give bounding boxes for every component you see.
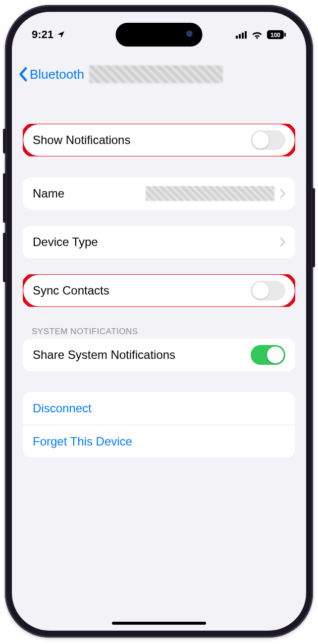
show-notifications-label: Show Notifications [33,133,130,147]
device-type-label: Device Type [33,235,98,249]
row-share-system-notifications[interactable]: Share System Notifications [23,339,295,371]
back-label[interactable]: Bluetooth [30,67,84,82]
disconnect-label: Disconnect [33,401,92,415]
phone-frame: 9:21 100 [5,5,313,638]
forget-label: Forget This Device [33,435,132,448]
svg-rect-3 [245,31,247,39]
group-share-system: Share System Notifications [23,339,295,371]
group-name: Name [23,177,295,210]
group-show-notifications: Show Notifications [23,124,295,156]
share-system-label: Share System Notifications [33,348,175,362]
battery-icon: 100 [266,30,286,40]
chevron-right-icon [279,189,285,198]
chevron-right-icon [279,237,285,247]
cellular-icon [236,31,248,39]
sync-contacts-label: Sync Contacts [33,284,109,297]
back-chevron-icon[interactable] [18,67,28,82]
name-value-redacted [146,186,274,201]
sync-contacts-toggle[interactable] [251,281,285,300]
volume-up [3,173,6,223]
status-time: 9:21 [32,28,53,41]
home-indicator[interactable] [112,622,206,625]
show-notifications-toggle[interactable] [251,130,285,150]
row-forget-device[interactable]: Forget This Device [23,425,295,457]
screen: 9:21 100 [12,12,306,631]
volume-down [3,233,6,282]
mute-switch [3,129,6,153]
group-device-type: Device Type [23,226,295,258]
location-icon [56,30,65,39]
row-show-notifications[interactable]: Show Notifications [23,124,295,156]
svg-rect-1 [239,34,241,39]
nav-title-redacted [89,65,223,83]
row-device-type[interactable]: Device Type [23,226,295,258]
wifi-icon [251,30,263,39]
row-disconnect[interactable]: Disconnect [23,392,295,425]
group-sync-contacts: Sync Contacts [23,274,295,307]
share-system-toggle[interactable] [251,345,285,365]
svg-text:100: 100 [270,32,280,39]
group-actions: Disconnect Forget This Device [23,392,295,457]
power-button [312,188,315,267]
svg-rect-0 [236,36,238,39]
section-header-system-notifications: SYSTEM NOTIFICATIONS [32,327,295,337]
row-name[interactable]: Name [23,177,295,210]
dynamic-island [116,23,203,47]
svg-rect-5 [284,33,286,37]
nav-bar: Bluetooth [12,60,306,88]
name-label: Name [33,187,64,200]
svg-rect-2 [242,33,244,39]
row-sync-contacts[interactable]: Sync Contacts [23,274,295,307]
